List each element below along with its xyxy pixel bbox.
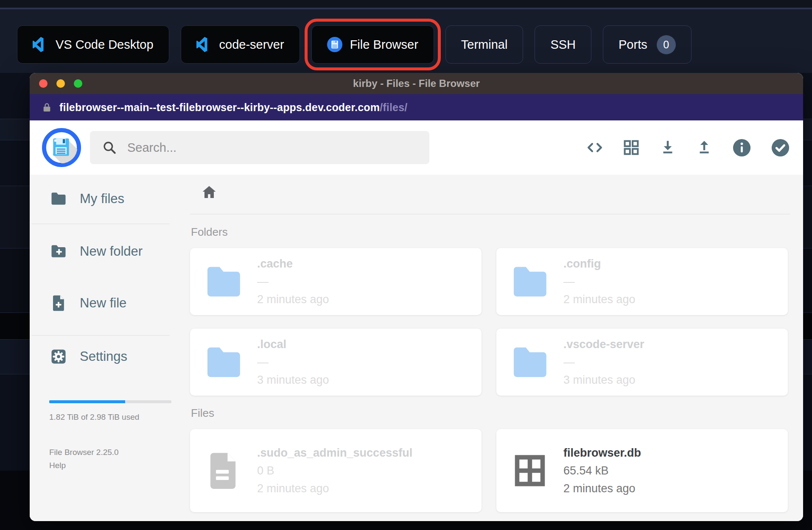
url-host: filebrowser--main--test-filebrowser--kir… <box>59 101 380 113</box>
url-bar[interactable]: filebrowser--main--test-filebrowser--kir… <box>30 94 803 120</box>
file-modified: 2 minutes ago <box>257 483 412 494</box>
download-icon[interactable] <box>659 139 677 156</box>
app-button-label: Ports <box>619 38 647 52</box>
minimize-window-button[interactable] <box>56 79 65 88</box>
folder-icon <box>190 342 257 382</box>
file-card-text: filebrowser.db65.54 kB2 minutes ago <box>563 447 641 494</box>
file-modified: 2 minutes ago <box>257 294 329 305</box>
window-titlebar[interactable]: kirby - Files - File Browser <box>30 73 803 94</box>
home-icon[interactable] <box>200 183 218 201</box>
file-card-text: .config—2 minutes ago <box>563 258 636 305</box>
sidebar-item-my-files[interactable]: My files <box>30 186 190 212</box>
folder-card-cache[interactable]: .cache—2 minutes ago <box>190 248 482 315</box>
filebrowser-icon <box>327 37 342 52</box>
search-input[interactable] <box>127 141 417 155</box>
folder-card-local[interactable]: .local—3 minutes ago <box>190 329 482 396</box>
file-name: filebrowser.db <box>563 447 641 459</box>
storage-label: 1.82 TiB of 2.98 TiB used <box>49 413 171 422</box>
section-label-folders: Folders <box>191 226 790 239</box>
sidebar-item-settings[interactable]: Settings <box>30 343 190 370</box>
file-size: — <box>257 276 329 287</box>
grid-file-icon <box>496 452 563 490</box>
app-button-terminal[interactable]: Terminal <box>445 25 524 64</box>
file-size: 65.54 kB <box>563 465 641 477</box>
sidebar-item-new-file[interactable]: New file <box>30 290 190 316</box>
window-title: kirby - Files - File Browser <box>353 78 480 89</box>
sidebar-divider <box>31 223 170 224</box>
gear-icon <box>49 347 68 366</box>
file-card-text: .local—3 minutes ago <box>257 339 329 386</box>
section-grid-folders: .cache—2 minutes ago.config—2 minutes ag… <box>190 248 790 396</box>
upload-icon[interactable] <box>695 139 713 156</box>
file-size: 0 B <box>257 465 412 477</box>
app-version: File Browser 2.25.0 <box>49 446 190 459</box>
sidebar: My filesNew folderNew fileSettings 1.82 … <box>30 175 190 472</box>
sidebar-divider <box>31 335 170 336</box>
section-grid-files: .sudo_as_admin_successful0 B2 minutes ag… <box>190 429 790 512</box>
vscode-icon <box>33 37 48 52</box>
ports-count-badge: 0 <box>657 35 676 54</box>
browser-window: kirby - Files - File Browser filebrowser… <box>30 73 803 521</box>
app-button-label: VS Code Desktop <box>56 38 154 52</box>
sidebar-item-label: My files <box>80 191 124 206</box>
info-icon[interactable] <box>732 138 752 158</box>
storage-usage: 1.82 TiB of 2.98 TiB used <box>49 400 171 422</box>
file-name: .config <box>563 258 636 270</box>
app-button-code-server[interactable]: code-server <box>181 25 300 64</box>
section-label-files: Files <box>191 407 790 420</box>
storage-progress-bar <box>49 400 171 403</box>
file-modified: 3 minutes ago <box>257 374 329 386</box>
code-icon[interactable] <box>586 139 604 156</box>
filebrowser-body: My filesNew folderNew fileSettings 1.82 … <box>30 175 803 521</box>
header-actions <box>586 120 790 175</box>
file-size: — <box>563 357 644 368</box>
search-icon <box>102 140 117 155</box>
file-modified: 2 minutes ago <box>563 294 636 305</box>
breadcrumb-divider <box>190 214 790 215</box>
file-listing: Folders.cache—2 minutes ago.config—2 min… <box>190 175 790 512</box>
traffic-lights <box>39 73 82 94</box>
file-card-text: .sudo_as_admin_successful0 B2 minutes ag… <box>257 447 412 494</box>
search-bar[interactable] <box>90 131 429 164</box>
sidebar-item-label: Settings <box>80 349 127 364</box>
app-button-file-browser[interactable]: File Browser <box>311 25 434 64</box>
workspace-app-bar: VS Code Desktopcode-serverFile BrowserTe… <box>17 25 795 64</box>
file-card-text: .cache—2 minutes ago <box>257 258 329 305</box>
app-button-ssh[interactable]: SSH <box>535 25 591 64</box>
grid-icon[interactable] <box>622 139 640 156</box>
folder-plus-icon <box>49 242 68 261</box>
help-link[interactable]: Help <box>49 459 190 472</box>
vscode-icon <box>196 37 212 52</box>
maximize-window-button[interactable] <box>74 79 82 88</box>
app-button-label: File Browser <box>350 38 418 52</box>
sidebar-item-new-folder[interactable]: New folder <box>30 238 190 265</box>
file-card-sudo-as-admin-successful[interactable]: .sudo_as_admin_successful0 B2 minutes ag… <box>190 429 482 512</box>
folder-icon <box>496 342 563 382</box>
file-name: .vscode-server <box>563 339 644 350</box>
file-size: — <box>563 276 636 287</box>
file-size: — <box>257 357 329 368</box>
file-plus-icon <box>49 294 68 312</box>
file-name: .sudo_as_admin_successful <box>257 447 412 459</box>
folder-card-config[interactable]: .config—2 minutes ago <box>496 248 788 315</box>
url-path: /files/ <box>380 101 407 113</box>
app-button-label: code-server <box>219 38 284 52</box>
file-name: .cache <box>257 258 329 270</box>
sidebar-item-label: New folder <box>80 244 143 259</box>
check-icon[interactable] <box>770 138 790 158</box>
file-modified: 2 minutes ago <box>563 483 641 494</box>
file-card-filebrowser-db[interactable]: filebrowser.db65.54 kB2 minutes ago <box>496 429 788 512</box>
folder-icon <box>496 261 563 302</box>
folder-card-vscode-server[interactable]: .vscode-server—3 minutes ago <box>496 329 788 396</box>
file-icon <box>190 446 257 496</box>
app-button-vs-code-desktop[interactable]: VS Code Desktop <box>17 25 169 64</box>
url-text[interactable]: filebrowser--main--test-filebrowser--kir… <box>59 101 407 114</box>
filebrowser-header <box>30 120 803 175</box>
filebrowser-logo-icon[interactable] <box>42 128 81 167</box>
file-modified: 3 minutes ago <box>563 374 644 386</box>
sidebar-item-label: New file <box>80 296 126 311</box>
file-card-text: .vscode-server—3 minutes ago <box>563 339 644 386</box>
app-button-ports[interactable]: Ports0 <box>603 25 692 64</box>
close-window-button[interactable] <box>39 79 48 88</box>
folder-icon <box>190 261 257 302</box>
